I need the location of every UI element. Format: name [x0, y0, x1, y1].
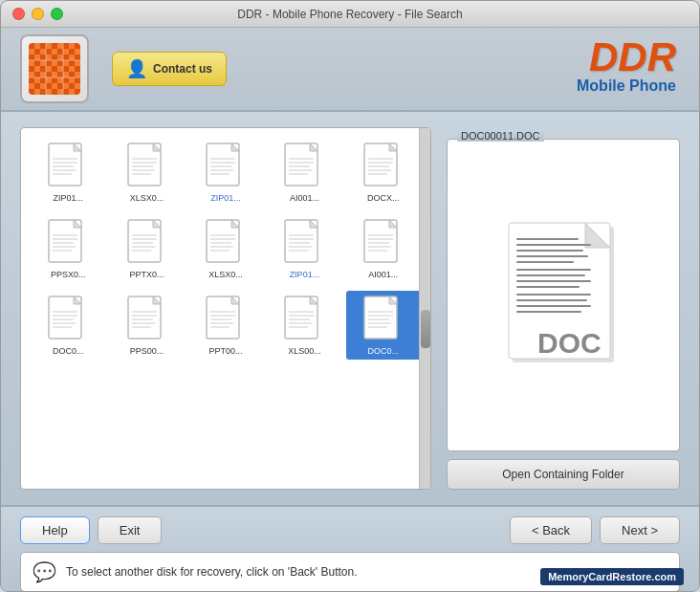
svg-rect-130 [516, 311, 581, 313]
file-label: XLSX0... [113, 193, 180, 203]
file-item[interactable]: DOC0... [346, 291, 421, 360]
file-item[interactable]: AI001... [267, 138, 341, 207]
file-item[interactable]: XLSX0... [188, 214, 263, 283]
file-item[interactable]: PPSX0... [31, 214, 105, 283]
svg-rect-129 [516, 305, 591, 307]
file-item[interactable]: ZIP01... [188, 138, 263, 207]
file-icon [362, 142, 405, 191]
exit-button[interactable]: Exit [98, 516, 163, 544]
file-label: ZIP01... [192, 193, 259, 203]
file-label: DOC0... [350, 346, 417, 356]
file-icon [126, 295, 168, 344]
open-containing-folder-button[interactable]: Open Containing Folder [447, 459, 680, 490]
svg-rect-126 [516, 286, 580, 288]
file-label: ZIP01... [271, 270, 338, 279]
file-item[interactable]: DOC0... [31, 291, 105, 360]
bottom-bar: Help Exit < Back Next > 💬 To select anot… [1, 505, 699, 592]
next-button[interactable]: Next > [600, 516, 680, 544]
svg-rect-118 [516, 238, 579, 240]
app-logo [20, 34, 89, 103]
file-icon [205, 218, 247, 268]
scrollbar-thumb[interactable] [421, 310, 430, 348]
file-icon [362, 218, 405, 268]
header: 👤 Contact us DDR Mobile Phone [1, 28, 699, 112]
file-item[interactable]: DOCX... [346, 138, 421, 207]
contact-icon: 👤 [126, 58, 147, 79]
file-item[interactable]: PPTX0... [109, 214, 184, 283]
brand-area: DDR Mobile Phone [577, 37, 676, 95]
brand-sub: Mobile Phone [577, 77, 676, 95]
file-label: AI001... [271, 193, 338, 203]
svg-rect-121 [516, 255, 588, 257]
file-label: XLS00... [271, 346, 338, 356]
file-label: ZIP01... [34, 193, 101, 203]
window-title: DDR - Mobile Phone Recovery - File Searc… [237, 8, 462, 21]
titlebar: DDR - Mobile Phone Recovery - File Searc… [1, 1, 699, 28]
svg-rect-127 [516, 294, 591, 296]
file-icon [283, 295, 325, 344]
scrollbar-track[interactable] [419, 128, 430, 489]
svg-rect-124 [516, 274, 585, 276]
file-label: DOCX... [350, 193, 417, 203]
doc-preview-icon: DOC [501, 219, 625, 372]
file-item[interactable]: ZIP01... [267, 214, 341, 283]
maximize-button[interactable] [51, 8, 63, 20]
footer-brand: MemoryCardRestore.com [540, 568, 684, 585]
file-icon [47, 142, 89, 191]
svg-rect-120 [516, 250, 583, 252]
preview-title: DOC00011.DOC [457, 130, 544, 142]
file-item[interactable]: PPT00... [188, 291, 263, 360]
main-content: ZIP01... XLSX0... [1, 112, 699, 505]
file-label: DOC0... [34, 346, 101, 356]
svg-text:DOC: DOC [537, 327, 602, 359]
preview-content: DOC [448, 140, 679, 450]
file-label: PPT00... [192, 346, 259, 356]
help-button[interactable]: Help [20, 516, 90, 544]
file-grid-panel: ZIP01... XLSX0... [20, 127, 431, 490]
svg-rect-128 [516, 299, 587, 301]
file-icon [47, 295, 89, 344]
close-button[interactable] [12, 8, 25, 20]
file-label: XLSX0... [192, 270, 259, 279]
minimize-button[interactable] [32, 8, 44, 20]
file-label: AI001... [350, 270, 417, 279]
file-item[interactable]: AI001... [346, 214, 421, 283]
file-grid: ZIP01... XLSX0... [31, 138, 421, 360]
file-icon [205, 295, 247, 344]
file-icon [126, 142, 168, 191]
preview-panel: DOC00011.DOC [447, 127, 680, 490]
back-button[interactable]: < Back [510, 516, 592, 544]
file-label: PPS00... [113, 346, 180, 356]
svg-rect-123 [516, 269, 591, 271]
contact-button[interactable]: 👤 Contact us [112, 52, 227, 86]
titlebar-buttons [12, 8, 63, 20]
preview-box: DOC00011.DOC [447, 139, 680, 451]
svg-rect-125 [516, 280, 591, 282]
info-message: To select another disk for recovery, cli… [66, 565, 358, 579]
file-label: PPTX0... [113, 270, 180, 279]
svg-rect-122 [516, 261, 574, 263]
contact-label: Contact us [153, 62, 212, 76]
file-item[interactable]: PPS00... [109, 291, 184, 360]
brand-main: DDR [577, 37, 676, 77]
file-icon [283, 142, 325, 191]
file-icon [126, 218, 168, 268]
file-icon [47, 218, 89, 268]
file-item[interactable]: XLS00... [267, 291, 341, 360]
file-item[interactable]: ZIP01... [31, 138, 105, 207]
logo-icon [29, 43, 80, 95]
file-icon [283, 218, 325, 268]
svg-rect-4 [29, 43, 80, 95]
file-item[interactable]: XLSX0... [109, 138, 184, 207]
file-label: PPSX0... [34, 270, 101, 279]
nav-buttons-row: Help Exit < Back Next > [20, 516, 680, 544]
file-icon [362, 295, 405, 344]
file-icon [205, 142, 247, 191]
svg-rect-119 [516, 244, 591, 246]
info-icon: 💬 [33, 560, 56, 583]
